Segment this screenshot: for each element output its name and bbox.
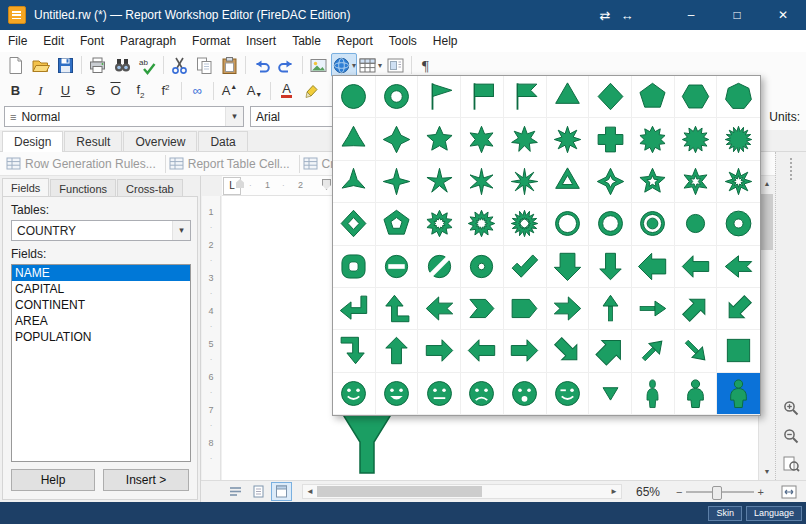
- scroll-down-icon[interactable]: ▼: [759, 464, 775, 480]
- shape-person[interactable]: [675, 373, 718, 415]
- fit-page-button[interactable]: [778, 483, 800, 501]
- view-normal-button[interactable]: [248, 482, 269, 501]
- shape-star6-sharp[interactable]: [461, 161, 504, 203]
- menu-tools[interactable]: Tools: [381, 32, 425, 50]
- shrink-font-button[interactable]: A▼: [242, 79, 267, 103]
- shape-arrow-up-right[interactable]: [675, 288, 718, 330]
- shape-pentagon[interactable]: [632, 76, 675, 118]
- field-item-continent[interactable]: CONTINENT: [12, 297, 190, 313]
- shape-arrow-se-thin[interactable]: [675, 330, 718, 372]
- language-button[interactable]: Language: [746, 506, 802, 521]
- shape-arrow-ne-thin[interactable]: [632, 330, 675, 372]
- scroll-up-icon[interactable]: ▲: [759, 176, 775, 192]
- shape-arrow-left-tail[interactable]: [717, 246, 760, 288]
- maximize-button[interactable]: □: [714, 0, 760, 30]
- resize-arrows-icon[interactable]: ↔: [616, 8, 638, 23]
- shape-arrow-left-wide[interactable]: [632, 246, 675, 288]
- shape-pennant-flag[interactable]: [418, 76, 461, 118]
- insert-table-button[interactable]: ▾: [357, 53, 383, 77]
- shape-star5[interactable]: [418, 118, 461, 160]
- scroll-right-icon[interactable]: ►: [607, 487, 621, 496]
- overline-button[interactable]: O: [103, 79, 128, 103]
- shape-rect-flag[interactable]: [461, 76, 504, 118]
- insert-picture-button[interactable]: [306, 53, 331, 77]
- shape-arrow-down-right[interactable]: [547, 330, 590, 372]
- shape-triangle[interactable]: [547, 76, 590, 118]
- shape-star8-sharp[interactable]: [504, 161, 547, 203]
- paragraph-marks-button[interactable]: ¶: [415, 53, 440, 77]
- shape-circle-dot[interactable]: [461, 246, 504, 288]
- shape-arrow-right[interactable]: [418, 330, 461, 372]
- insert-frame-button[interactable]: [383, 53, 408, 77]
- shape-arrow-left-long[interactable]: [461, 330, 504, 372]
- spellcheck-button[interactable]: ab: [135, 53, 160, 77]
- shape-arrow-left[interactable]: [675, 246, 718, 288]
- panel-tab-fields[interactable]: Fields: [2, 178, 49, 196]
- underline-button[interactable]: U: [53, 79, 78, 103]
- copy-button[interactable]: [192, 53, 217, 77]
- shape-triangle-outline[interactable]: [547, 161, 590, 203]
- save-file-button[interactable]: [53, 53, 78, 77]
- menu-paragraph[interactable]: Paragraph: [112, 32, 184, 50]
- shape-check[interactable]: [504, 246, 547, 288]
- shape-star12[interactable]: [675, 118, 718, 160]
- shape-star5-outline[interactable]: [632, 161, 675, 203]
- shape-arrow-right-notched[interactable]: [547, 288, 590, 330]
- zoom-out-sign[interactable]: −: [676, 486, 682, 498]
- zoom-out-icon[interactable]: [780, 426, 802, 446]
- swap-arrows-icon[interactable]: ⇄: [594, 8, 616, 23]
- print-button[interactable]: [85, 53, 110, 77]
- shape-star16[interactable]: [717, 118, 760, 160]
- subscript-button[interactable]: f2: [128, 79, 153, 103]
- shape-arrow-bent-down[interactable]: [333, 330, 376, 372]
- zoom-in-sign[interactable]: +: [758, 486, 764, 498]
- shape-arrow-down-wide[interactable]: [547, 246, 590, 288]
- chevron-down-icon[interactable]: ▾: [172, 221, 190, 240]
- insert-shape-button[interactable]: ▾: [331, 53, 357, 77]
- menu-font[interactable]: Font: [72, 32, 112, 50]
- shape-chevron-right[interactable]: [461, 288, 504, 330]
- horizontal-scrollbar[interactable]: ◄ ►: [302, 484, 622, 499]
- shape-arrow-down-left[interactable]: [717, 288, 760, 330]
- font-color-button[interactable]: A: [274, 79, 299, 103]
- new-document-button[interactable]: [3, 53, 28, 77]
- shape-diamond[interactable]: [589, 76, 632, 118]
- chevron-down-icon[interactable]: ▾: [225, 107, 243, 126]
- shape-star6-outline[interactable]: [675, 161, 718, 203]
- shape-heptagon[interactable]: [717, 76, 760, 118]
- shape-arrow-up[interactable]: [376, 330, 419, 372]
- shape-star4[interactable]: [376, 118, 419, 160]
- shape-star4-outline[interactable]: [589, 161, 632, 203]
- toolbar-grip[interactable]: [790, 158, 792, 180]
- zoom-thumb[interactable]: [712, 486, 722, 500]
- shape-star5-sharp[interactable]: [418, 161, 461, 203]
- shape-arrow-right-thin[interactable]: [632, 288, 675, 330]
- shape-star10-outline[interactable]: [418, 203, 461, 245]
- shape-smiley-smile[interactable]: [333, 373, 376, 415]
- shape-circle-small[interactable]: [675, 203, 718, 245]
- shape-star3[interactable]: [333, 118, 376, 160]
- shape-hexagon[interactable]: [675, 76, 718, 118]
- shape-donut-thin[interactable]: [589, 203, 632, 245]
- shape-arrow-up-thin[interactable]: [589, 288, 632, 330]
- menu-format[interactable]: Format: [184, 32, 238, 50]
- shape-arrow-up-right-wide[interactable]: [589, 330, 632, 372]
- shape-diamond-outline[interactable]: [333, 203, 376, 245]
- shape-swallow-flag[interactable]: [504, 76, 547, 118]
- shape-circle-outline[interactable]: [547, 203, 590, 245]
- tables-combo[interactable]: COUNTRY ▾: [11, 220, 191, 241]
- right-indent-marker[interactable]: [322, 179, 331, 190]
- shape-star16-outline[interactable]: [504, 203, 547, 245]
- zoom-slider[interactable]: − +: [672, 486, 768, 498]
- shape-triangle-down-small[interactable]: [589, 373, 632, 415]
- tab-overview[interactable]: Overview: [123, 131, 197, 151]
- hyperlink-button[interactable]: ∞: [185, 79, 210, 103]
- shape-pentagon-arrow[interactable]: [504, 288, 547, 330]
- insert-field-button[interactable]: Insert >: [103, 469, 189, 491]
- shape-rounded-square-hole[interactable]: [333, 246, 376, 288]
- shape-star6[interactable]: [461, 118, 504, 160]
- shape-pentagon-outline[interactable]: [376, 203, 419, 245]
- shape-person-thin[interactable]: [632, 373, 675, 415]
- shape-arrow-bent-left[interactable]: [333, 288, 376, 330]
- field-item-area[interactable]: AREA: [12, 313, 190, 329]
